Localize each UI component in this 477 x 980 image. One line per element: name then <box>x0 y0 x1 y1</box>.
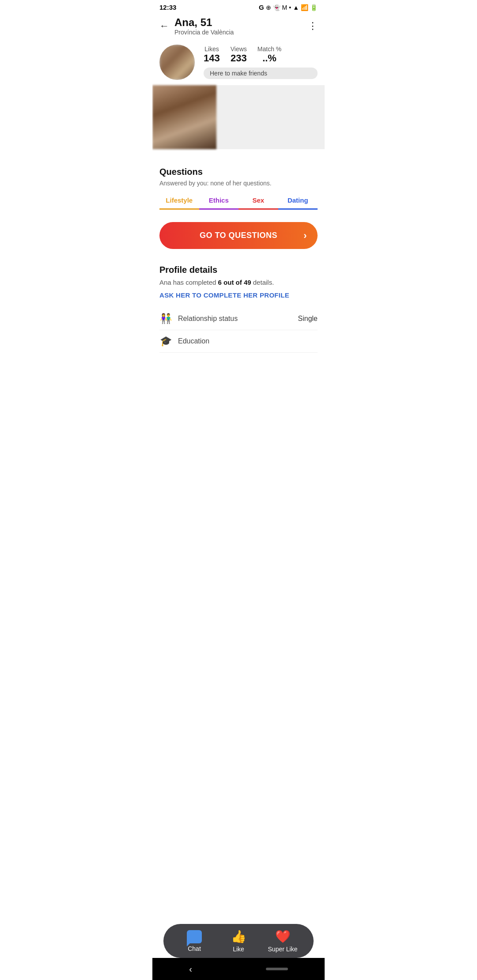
header: ← Ana, 51 Província de València ⋮ <box>152 13 325 41</box>
likes-value: 143 <box>204 53 220 64</box>
photo-1[interactable] <box>152 85 216 149</box>
tab-dating[interactable]: Dating <box>278 192 318 210</box>
completed-count: 6 out of 49 <box>218 279 251 286</box>
views-label: Views <box>231 45 247 53</box>
profile-location: Província de València <box>174 29 308 36</box>
questions-title: Questions <box>159 167 318 177</box>
system-icons: G ⊕ 👻 M • ▲ 📶 🔋 <box>259 4 318 11</box>
arrow-right-icon: › <box>303 230 307 241</box>
status-bar: 12:33 G ⊕ 👻 M • ▲ 📶 🔋 <box>152 0 325 13</box>
status-badge: Here to make friends <box>204 68 318 79</box>
profile-details-title: Profile details <box>159 265 318 275</box>
education-label: Education <box>178 337 318 345</box>
relationship-icon: 👫 <box>159 313 172 324</box>
signal-icon: 📶 <box>301 4 308 11</box>
ask-complete-link[interactable]: ASK HER TO COMPLETE HER PROFILE <box>159 291 318 299</box>
go-questions-label: GO TO QUESTIONS <box>200 231 277 240</box>
go-to-questions-button[interactable]: GO TO QUESTIONS › <box>159 222 318 249</box>
relationship-value: Single <box>298 315 318 323</box>
wifi-icon: ▲ <box>293 4 299 11</box>
profile-details-section: Profile details Ana has completed 6 out … <box>152 258 325 356</box>
completed-pre: Ana has completed <box>159 279 218 286</box>
profile-stats: Likes 143 Views 233 Match % ..% Here to … <box>152 41 325 85</box>
status-time: 12:33 <box>159 4 176 11</box>
views-value: 233 <box>231 53 247 64</box>
more-options-button[interactable]: ⋮ <box>308 20 318 32</box>
match-value: ..% <box>257 53 281 64</box>
questions-section: Questions Answered by you: none of her q… <box>152 160 325 213</box>
photo-grid <box>152 85 325 149</box>
stats-row: Likes 143 Views 233 Match % ..% <box>204 45 318 64</box>
relationship-label: Relationship status <box>178 315 298 323</box>
location-icon: ⊕ <box>266 4 271 11</box>
avatar-image <box>159 45 195 80</box>
profile-name: Ana, 51 <box>174 16 308 29</box>
g-icon: G <box>259 4 264 11</box>
back-button[interactable]: ← <box>159 20 169 32</box>
education-row: 🎓 Education <box>159 330 318 353</box>
match-stat: Match % ..% <box>257 45 281 64</box>
email-icon: M <box>282 4 288 11</box>
match-label: Match % <box>257 45 281 53</box>
photo-3[interactable] <box>268 85 325 149</box>
battery-icon: 🔋 <box>310 4 318 11</box>
relationship-status-row: 👫 Relationship status Single <box>159 308 318 330</box>
tab-lifestyle[interactable]: Lifestyle <box>159 192 199 210</box>
tab-ethics[interactable]: Ethics <box>199 192 239 210</box>
likes-stat: Likes 143 <box>204 45 220 64</box>
completed-post: details. <box>251 279 274 286</box>
header-info: Ana, 51 Província de València <box>174 16 308 36</box>
views-stat: Views 233 <box>231 45 247 64</box>
profile-details-subtitle: Ana has completed 6 out of 49 details. <box>159 279 318 286</box>
stats-container: Likes 143 Views 233 Match % ..% Here to … <box>204 45 318 79</box>
tab-sex[interactable]: Sex <box>238 192 278 210</box>
questions-tabs: Lifestyle Ethics Sex Dating <box>159 192 318 210</box>
likes-label: Likes <box>204 45 220 53</box>
questions-subtitle: Answered by you: none of her questions. <box>159 180 318 187</box>
education-icon: 🎓 <box>159 335 172 347</box>
dot-icon: • <box>289 4 291 11</box>
photo-2[interactable] <box>210 85 274 149</box>
avatar <box>159 45 195 80</box>
ghost-icon: 👻 <box>273 4 280 11</box>
